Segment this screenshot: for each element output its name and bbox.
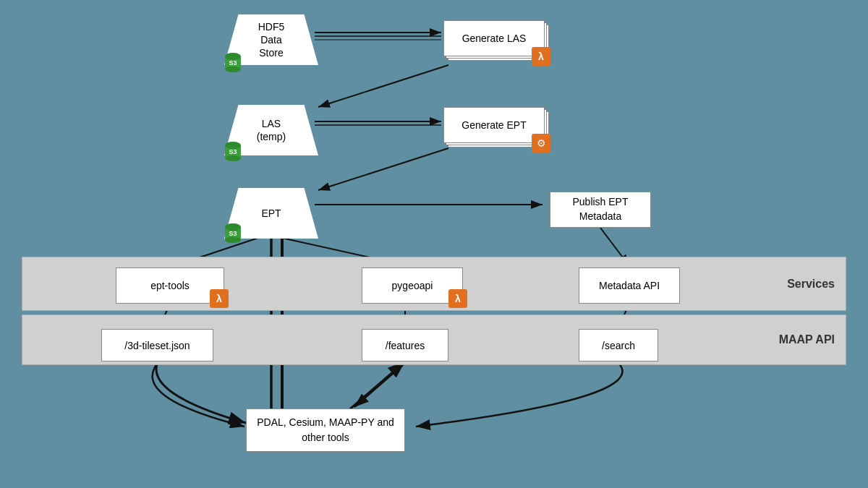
lambda-icon-ept-tools: λ xyxy=(210,289,229,308)
features-box: /features xyxy=(362,329,448,361)
maap-api-label: MAAP API xyxy=(779,333,835,346)
tileset-label: /3d-tileset.json xyxy=(124,340,190,351)
ept-tools-label: ept-tools xyxy=(150,280,190,291)
svg-point-30 xyxy=(225,237,241,243)
svg-point-26 xyxy=(225,155,241,161)
search-box: /search xyxy=(579,329,658,361)
features-label: /features xyxy=(386,340,425,351)
ept-tools-box: ept-tools xyxy=(116,267,224,304)
lambda-icon-pygeoapi: λ xyxy=(448,289,467,308)
svg-line-18 xyxy=(354,363,405,407)
svg-text:S3: S3 xyxy=(229,230,237,237)
tileset-box: /3d-tileset.json xyxy=(101,329,213,361)
generate-ept-label: Generate EPT xyxy=(461,119,527,131)
hdf5-label: HDF5DataStore xyxy=(258,20,285,60)
generate-las-stack: Generate LAS xyxy=(443,20,545,56)
s3-icon-ept: S3 xyxy=(223,223,243,246)
generate-las-box: Generate LAS xyxy=(443,20,545,56)
arrows-layer xyxy=(0,0,868,488)
ept-label: EPT xyxy=(261,207,281,219)
gear-icon-gen-ept: ⚙ xyxy=(532,134,550,153)
svg-text:S3: S3 xyxy=(229,148,237,155)
architecture-diagram: Services MAAP API HDF5DataStore S3 LAS(t… xyxy=(0,0,868,488)
pdal-label: PDAL, Cesium, MAAP-PY and other tools xyxy=(251,415,400,445)
svg-line-5 xyxy=(318,65,448,107)
las-temp-label: LAS(temp) xyxy=(257,117,286,143)
s3-icon-hdf5: S3 xyxy=(223,52,243,75)
svg-point-22 xyxy=(225,67,241,72)
svg-line-8 xyxy=(318,148,448,190)
generate-ept-box: Generate EPT xyxy=(443,107,545,143)
pygeoapi-label: pygeoapi xyxy=(392,280,433,291)
pygeoapi-box: pygeoapi xyxy=(362,267,463,304)
metadata-api-label: Metadata API xyxy=(599,280,660,291)
generate-ept-stack: Generate EPT xyxy=(443,107,545,143)
services-label: Services xyxy=(787,278,835,291)
generate-las-label: Generate LAS xyxy=(462,33,527,44)
publish-ept-box: Publish EPT Metadata xyxy=(550,192,651,228)
publish-ept-label: Publish EPT Metadata xyxy=(555,195,646,223)
metadata-api-box: Metadata API xyxy=(579,267,680,304)
search-label: /search xyxy=(602,340,635,351)
s3-icon-las: S3 xyxy=(223,141,243,164)
pdal-box: PDAL, Cesium, MAAP-PY and other tools xyxy=(246,408,405,452)
lambda-icon-gen-las: λ xyxy=(532,47,550,66)
svg-text:S3: S3 xyxy=(229,59,237,67)
